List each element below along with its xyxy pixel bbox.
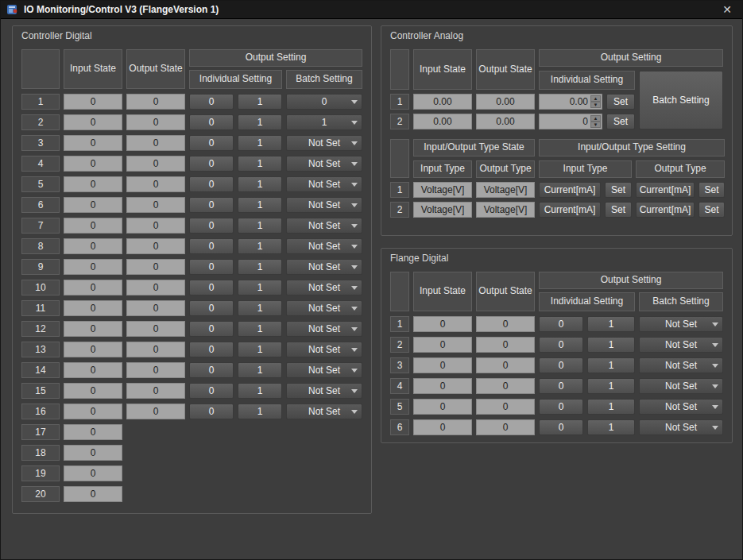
input-state-value: 0 — [413, 337, 472, 353]
chevron-down-icon — [351, 389, 358, 393]
output-0-button[interactable]: 0 — [189, 176, 234, 192]
output-0-button[interactable]: 0 — [189, 342, 234, 357]
spin-down-icon[interactable]: ▼ — [590, 122, 601, 128]
output-1-button[interactable]: 1 — [238, 321, 282, 337]
batch-setting-select[interactable]: 1 — [286, 114, 362, 130]
input-state-value: 0 — [64, 280, 122, 295]
output-0-button[interactable]: 0 — [189, 383, 234, 399]
batch-setting-select[interactable]: Not Set — [286, 135, 362, 151]
output-setting-spinbox[interactable]: 0.00 ▲▼ — [539, 94, 602, 110]
output-1-button[interactable]: 1 — [238, 404, 282, 419]
output-0-button[interactable]: 0 — [189, 135, 234, 151]
set-button[interactable]: Set — [606, 114, 635, 129]
batch-setting-select[interactable]: Not Set — [639, 399, 723, 415]
batch-setting-select[interactable]: Not Set — [286, 197, 362, 213]
batch-setting-select[interactable]: Not Set — [286, 404, 362, 419]
input-type-select[interactable]: Current[mA] — [539, 202, 601, 218]
output-0-button[interactable]: 0 — [189, 114, 234, 130]
output-1-button[interactable]: 1 — [587, 378, 635, 394]
set-button[interactable]: Set — [605, 202, 632, 218]
batch-setting-select[interactable]: Not Set — [639, 378, 723, 394]
batch-setting-select[interactable]: Not Set — [286, 280, 362, 295]
output-0-button[interactable]: 0 — [539, 357, 583, 373]
batch-setting-select[interactable]: Not Set — [286, 176, 362, 192]
batch-setting-select[interactable]: Not Set — [286, 238, 362, 254]
spin-up-icon[interactable]: ▲ — [590, 115, 601, 122]
output-0-button[interactable]: 0 — [189, 94, 234, 110]
batch-setting-select[interactable]: Not Set — [639, 316, 723, 332]
flange-digital-panel: Flange Digital Input State Output State … — [381, 248, 733, 443]
output-1-button[interactable]: 1 — [238, 197, 282, 213]
output-1-button[interactable]: 1 — [238, 94, 282, 110]
output-1-button[interactable]: 1 — [238, 300, 282, 316]
output-type-select[interactable]: Current[mA] — [636, 202, 695, 218]
output-1-button[interactable]: 1 — [587, 419, 635, 435]
batch-setting-select[interactable]: Not Set — [286, 362, 362, 378]
batch-setting-value: Not Set — [308, 220, 340, 231]
input-type-select-value: Current[mA] — [544, 184, 596, 195]
chevron-down-icon — [351, 100, 358, 104]
output-0-button[interactable]: 0 — [189, 259, 234, 275]
output-state-value: 0 — [126, 238, 185, 254]
output-setting-spinbox[interactable]: 0 ▲▼ — [539, 114, 602, 129]
batch-setting-button[interactable]: Batch Setting — [639, 71, 723, 129]
output-type-setting-header: Output Type — [636, 160, 725, 178]
output-1-button[interactable]: 1 — [238, 156, 282, 172]
batch-setting-select[interactable]: Not Set — [639, 357, 723, 373]
output-1-button[interactable]: 1 — [238, 135, 282, 151]
output-type-select[interactable]: Current[mA] — [636, 182, 695, 198]
batch-setting-select[interactable]: Not Set — [286, 321, 362, 337]
output-state-header: Output State — [476, 272, 535, 311]
output-1-button[interactable]: 1 — [587, 316, 635, 332]
output-0-button[interactable]: 0 — [189, 238, 234, 254]
output-1-button[interactable]: 1 — [238, 259, 282, 275]
batch-setting-select[interactable]: Not Set — [286, 259, 362, 275]
output-0-button[interactable]: 0 — [539, 378, 583, 394]
batch-setting-select[interactable]: Not Set — [639, 419, 723, 435]
output-0-button[interactable]: 0 — [539, 419, 583, 435]
batch-setting-select[interactable]: Not Set — [286, 156, 362, 172]
spin-up-icon[interactable]: ▲ — [590, 95, 601, 102]
output-1-button[interactable]: 1 — [587, 399, 635, 415]
output-1-button[interactable]: 1 — [238, 114, 282, 130]
output-0-button[interactable]: 0 — [189, 156, 234, 172]
output-1-button[interactable]: 1 — [238, 218, 282, 234]
set-button[interactable]: Set — [698, 182, 725, 198]
chevron-down-icon — [351, 286, 358, 290]
output-0-button[interactable]: 0 — [189, 321, 234, 337]
output-0-button[interactable]: 0 — [189, 404, 234, 419]
output-0-button[interactable]: 0 — [189, 218, 234, 234]
batch-setting-select[interactable]: Not Set — [286, 342, 362, 357]
output-1-button[interactable]: 1 — [238, 362, 282, 378]
batch-setting-select[interactable]: Not Set — [286, 218, 362, 234]
batch-setting-select[interactable]: Not Set — [286, 383, 362, 399]
batch-setting-select[interactable]: 0 — [286, 94, 362, 110]
output-1-button[interactable]: 1 — [238, 238, 282, 254]
batch-setting-select[interactable]: Not Set — [639, 337, 723, 353]
output-0-button[interactable]: 0 — [539, 316, 583, 332]
output-1-button[interactable]: 1 — [587, 337, 635, 353]
output-0-button[interactable]: 0 — [539, 399, 583, 415]
output-1-button[interactable]: 1 — [238, 342, 282, 357]
output-0-button[interactable]: 0 — [539, 337, 583, 353]
titlebar[interactable]: IO Monitoring/Control V3 (FlangeVersion … — [1, 1, 742, 19]
batch-setting-value: Not Set — [308, 261, 340, 272]
batch-setting-select[interactable]: Not Set — [286, 300, 362, 316]
output-1-button[interactable]: 1 — [587, 357, 635, 373]
output-0-button[interactable]: 0 — [189, 280, 234, 295]
output-0-button[interactable]: 0 — [189, 300, 234, 316]
corner-header — [390, 272, 409, 311]
spin-down-icon[interactable]: ▼ — [590, 102, 601, 108]
set-button[interactable]: Set — [606, 94, 635, 110]
row-index: 10 — [21, 280, 60, 295]
set-button[interactable]: Set — [605, 182, 632, 198]
close-button[interactable]: ✕ — [718, 4, 736, 15]
output-0-button[interactable]: 0 — [189, 362, 234, 378]
output-1-button[interactable]: 1 — [238, 176, 282, 192]
output-1-button[interactable]: 1 — [238, 383, 282, 399]
output-0-button[interactable]: 0 — [189, 197, 234, 213]
output-1-button[interactable]: 1 — [238, 280, 282, 295]
set-button[interactable]: Set — [698, 202, 725, 218]
output-state-value: 0 — [476, 337, 535, 353]
input-type-select[interactable]: Current[mA] — [539, 182, 601, 198]
